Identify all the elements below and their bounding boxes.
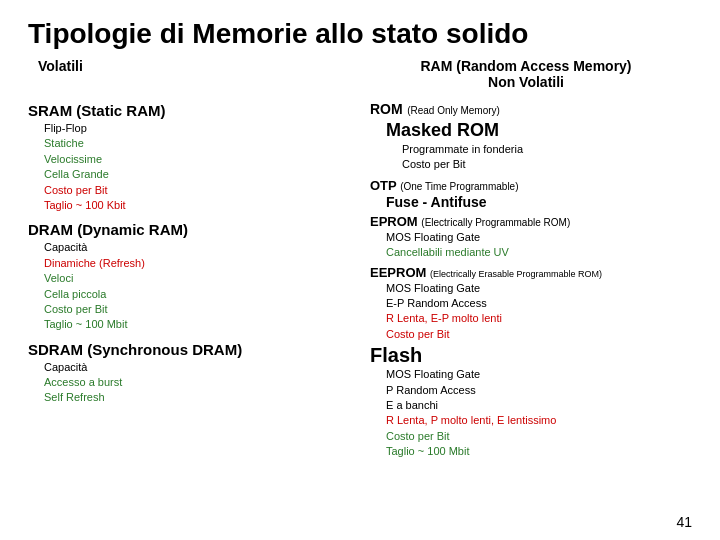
sdram-items: Capacità Accesso a burst Self Refresh — [28, 360, 350, 406]
eeprom-label: EEPROM (Electrically Erasable Programmab… — [370, 265, 602, 280]
eprom-items: MOS Floating Gate Cancellabili mediante … — [370, 230, 692, 261]
list-item: Statiche — [44, 136, 350, 151]
list-item: Taglio ~ 100 Mbit — [44, 317, 350, 332]
eeprom-sub: (Electrically Erasable Programmable ROM) — [430, 269, 602, 279]
list-item: Costo per Bit — [386, 429, 692, 444]
list-item: Taglio ~ 100 Kbit — [44, 198, 350, 213]
list-item: Velocissime — [44, 152, 350, 167]
list-item: Cella Grande — [44, 167, 350, 182]
list-item: Dinamiche (Refresh) — [44, 256, 350, 271]
list-item: E-P Random Access — [386, 296, 692, 311]
list-item: Veloci — [44, 271, 350, 286]
list-item: MOS Floating Gate — [386, 230, 692, 245]
flash-items: MOS Floating Gate P Random Access E a ba… — [370, 367, 692, 459]
list-item: Costo per Bit — [44, 302, 350, 317]
sram-items: Flip-Flop Statiche Velocissime Cella Gra… — [28, 121, 350, 213]
otp-sub: (One Time Programmable) — [400, 181, 518, 192]
slide: Tipologie di Memorie allo stato solido V… — [0, 0, 720, 540]
rom-section: ROM (Read Only Memory) — [370, 100, 692, 118]
ram-text: RAM (Random Access Memory) — [420, 58, 631, 74]
masked-rom-items: Programmate in fonderia Costo per Bit — [370, 142, 692, 173]
otp-section: OTP (One Time Programmable) — [370, 176, 692, 194]
list-item: Costo per Bit — [402, 157, 692, 172]
list-item: Capacità — [44, 360, 350, 375]
list-item: MOS Floating Gate — [386, 367, 692, 382]
eprom-label: EPROM (Electrically Programmable ROM) — [370, 214, 570, 229]
list-item: E a banchi — [386, 398, 692, 413]
volatili-label: Volatili — [28, 58, 360, 90]
eprom-sub: (Electrically Programmable ROM) — [421, 217, 570, 228]
eeprom-items: MOS Floating Gate E-P Random Access R Le… — [370, 281, 692, 343]
flash-title: Flash — [370, 344, 692, 367]
list-item: R Lenta, E-P molto lenti — [386, 311, 692, 326]
list-item: Programmate in fonderia — [402, 142, 692, 157]
page-number: 41 — [676, 514, 692, 530]
list-item: Costo per Bit — [44, 183, 350, 198]
ram-label: RAM (Random Access Memory) Non Volatili — [360, 58, 692, 90]
otp-label: OTP (One Time Programmable) — [370, 178, 519, 193]
list-item: Cancellabili mediante UV — [386, 245, 692, 260]
rom-label: ROM — [370, 101, 403, 117]
rom-sub: (Read Only Memory) — [407, 105, 500, 116]
list-item: Self Refresh — [44, 390, 350, 405]
list-item: Costo per Bit — [386, 327, 692, 342]
header-row: Volatili RAM (Random Access Memory) Non … — [28, 58, 692, 90]
list-item: Accesso a burst — [44, 375, 350, 390]
eprom-section: EPROM (Electrically Programmable ROM) — [370, 212, 692, 230]
list-item: P Random Access — [386, 383, 692, 398]
non-volatili-text: Non Volatili — [488, 74, 564, 90]
list-item: MOS Floating Gate — [386, 281, 692, 296]
eeprom-section: EEPROM (Electrically Erasable Programmab… — [370, 263, 692, 281]
sram-title: SRAM (Static RAM) — [28, 102, 350, 119]
masked-rom-title: Masked ROM — [386, 120, 692, 141]
left-column: SRAM (Static RAM) Flip-Flop Statiche Vel… — [28, 96, 360, 459]
list-item: Taglio ~ 100 Mbit — [386, 444, 692, 459]
right-column: ROM (Read Only Memory) Masked ROM Progra… — [360, 96, 692, 459]
list-item: Flip-Flop — [44, 121, 350, 136]
content-columns: SRAM (Static RAM) Flip-Flop Statiche Vel… — [28, 96, 692, 459]
list-item: Cella piccola — [44, 287, 350, 302]
main-title: Tipologie di Memorie allo stato solido — [28, 18, 692, 50]
list-item: Capacità — [44, 240, 350, 255]
fuse-label: Fuse - Antifuse — [370, 194, 692, 210]
dram-items: Capacità Dinamiche (Refresh) Veloci Cell… — [28, 240, 350, 332]
dram-title: DRAM (Dynamic RAM) — [28, 221, 350, 238]
list-item: R Lenta, P molto lenti, E lentissimo — [386, 413, 692, 428]
sdram-title: SDRAM (Synchronous DRAM) — [28, 341, 350, 358]
